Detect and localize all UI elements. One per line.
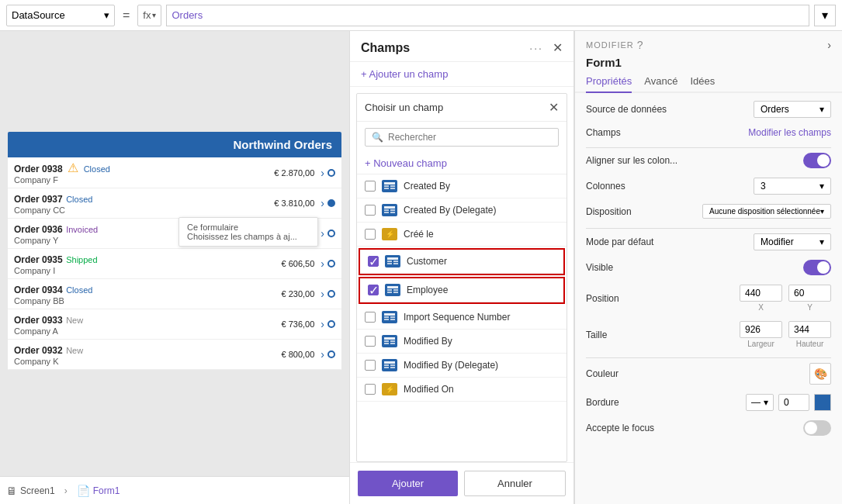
order-item[interactable]: Order 0932 New Company K € 800,00 ›	[8, 340, 341, 370]
source-dropdown[interactable]: Orders ▾	[754, 101, 831, 118]
champs-label: Champs	[586, 127, 695, 138]
field-table-icon	[385, 255, 400, 268]
help-icon[interactable]: ?	[637, 39, 643, 51]
annuler-button[interactable]: Annuler	[464, 471, 566, 496]
disposition-label: Disposition	[586, 206, 695, 217]
bordure-color-picker[interactable]	[814, 394, 831, 411]
field-item[interactable]: ⚡ Modified On	[357, 378, 567, 402]
field-checkbox[interactable]	[365, 360, 376, 371]
prop-source: Source de données Orders ▾	[586, 101, 831, 118]
fields-list: Created By Created By (Delegate) ⚡ Créé …	[357, 174, 567, 461]
bordure-label: Bordure	[586, 397, 695, 408]
field-checkbox[interactable]: ✓	[368, 285, 379, 295]
field-checkbox[interactable]	[365, 312, 376, 323]
tooltip-line1: Ce formulaire	[187, 223, 310, 232]
field-item[interactable]: Modified By	[357, 330, 567, 354]
order-item[interactable]: Order 0933 New Company A € 736,00 ›	[8, 309, 341, 340]
taille-largeur-input[interactable]	[740, 321, 782, 338]
disposition-dropdown[interactable]: Aucune disposition sélectionnée ▾	[702, 204, 831, 219]
field-label: Modified By (Delegate)	[404, 360, 498, 371]
bottom-nav: 🖥 Screen1 › 📄 Form1	[0, 476, 349, 504]
champs-more-icon[interactable]: ···	[529, 42, 543, 54]
field-item[interactable]: Created By	[357, 174, 567, 198]
nav-screen1[interactable]: 🖥 Screen1	[6, 485, 55, 497]
field-table-icon	[382, 204, 397, 216]
taille-hauteur-input[interactable]	[788, 321, 831, 338]
mode-dropdown[interactable]: Modifier ▾	[754, 233, 831, 250]
prop-position: Position X Y	[586, 285, 831, 312]
svg-rect-19	[393, 292, 398, 293]
order-item[interactable]: Order 0934 Closed Company BB € 230,00 ›	[8, 279, 341, 309]
svg-rect-0	[384, 182, 395, 185]
props-expand-icon[interactable]: ›	[827, 39, 831, 51]
position-x-input[interactable]	[740, 285, 782, 302]
svg-rect-25	[384, 337, 395, 340]
field-item[interactable]: Created By (Delegate)	[357, 198, 567, 223]
bordure-width-input[interactable]	[778, 394, 809, 411]
couleur-picker[interactable]: 🎨	[809, 363, 831, 385]
field-item[interactable]: ✓ Customer	[360, 250, 563, 274]
field-checkbox[interactable]: ✓	[368, 256, 379, 267]
choose-field-title: Choisir un champ	[365, 102, 443, 113]
champs-close-icon[interactable]: ✕	[553, 40, 563, 55]
couleur-label: Couleur	[586, 368, 695, 379]
fx-button[interactable]: fx ▾	[137, 5, 161, 26]
prop-aligner: Aligner sur les colon...	[586, 153, 831, 168]
prop-visible: Visible	[586, 260, 831, 275]
topbar-chevron[interactable]: ▾	[814, 5, 836, 26]
source-label: Source de données	[586, 104, 695, 115]
field-label: Employee	[407, 285, 448, 295]
aligner-toggle[interactable]	[803, 153, 831, 168]
champs-link[interactable]: Modifier les champs	[748, 127, 831, 138]
nav-form1[interactable]: 📄 Form1	[77, 485, 120, 497]
field-table-icon	[382, 311, 397, 323]
add-field-button[interactable]: + Ajouter un champ	[350, 62, 573, 87]
position-y-input[interactable]	[788, 285, 831, 302]
border-style-select[interactable]: —▾	[746, 394, 774, 411]
modifier-label: MODIFIER	[586, 40, 634, 50]
order-item[interactable]: Order 0937 Closed Company CC € 3.810,00 …	[8, 188, 341, 219]
colonnes-value: 3	[761, 181, 766, 192]
formula-bar[interactable]	[166, 5, 809, 26]
screen1-label: Screen1	[20, 485, 55, 496]
field-special-icon: ⚡	[382, 383, 397, 395]
order-item[interactable]: Order 0938 ⚠ Closed Company F € 2.870,00…	[8, 157, 341, 188]
focus-toggle[interactable]	[803, 420, 831, 436]
field-label: Import Sequence Number	[404, 312, 510, 323]
visible-toggle[interactable]	[803, 260, 831, 275]
prop-couleur: Couleur 🎨	[586, 363, 831, 385]
field-checkbox[interactable]	[365, 181, 376, 192]
svg-rect-31	[384, 364, 389, 366]
field-checkbox[interactable]	[365, 229, 376, 240]
taille-label: Taille	[586, 330, 695, 340]
field-checkbox[interactable]	[365, 384, 376, 395]
field-item[interactable]: Import Sequence Number	[357, 306, 567, 330]
field-special-icon: ⚡	[382, 228, 397, 240]
order-item[interactable]: Order 0935 Shipped Company I € 606,50 ›	[8, 249, 341, 279]
svg-rect-27	[390, 340, 395, 342]
tab-proprietes[interactable]: Propriétés	[586, 75, 632, 93]
field-checkbox[interactable]	[365, 336, 376, 347]
new-field-button[interactable]: + Nouveau champ	[357, 153, 567, 174]
prop-taille: Taille Largeur Hauteur	[586, 321, 831, 348]
tab-idees[interactable]: Idées	[690, 75, 715, 91]
field-label: Created By (Delegate)	[404, 205, 496, 216]
position-y-label: Y	[807, 303, 813, 312]
datasource-dropdown[interactable]: DataSource ▾	[6, 5, 115, 26]
colonnes-dropdown[interactable]: 3 ▾	[754, 178, 831, 195]
ajouter-button[interactable]: Ajouter	[358, 471, 458, 496]
search-input[interactable]	[388, 132, 552, 143]
orders-title: Northwind Orders	[233, 138, 332, 151]
field-table-icon	[382, 359, 397, 371]
props-title: Form1	[575, 56, 842, 75]
svg-rect-9	[390, 212, 395, 213]
field-item[interactable]: ✓ Employee	[360, 278, 563, 302]
field-checkbox[interactable]	[365, 205, 376, 216]
choose-field-close-icon[interactable]: ✕	[549, 100, 559, 115]
tab-avance[interactable]: Avancé	[644, 75, 677, 91]
field-label: Modified By	[404, 336, 452, 347]
prop-bordure: Bordure —▾	[586, 394, 831, 411]
field-item[interactable]: ⚡ Créé le	[357, 223, 567, 247]
mode-value: Modifier	[761, 236, 794, 247]
field-item[interactable]: Modified By (Delegate)	[357, 354, 567, 378]
